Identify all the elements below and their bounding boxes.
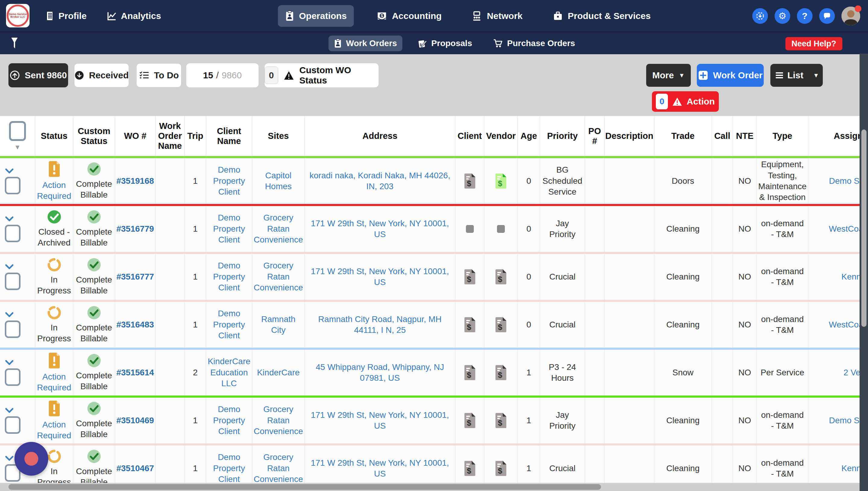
- new-work-order-button[interactable]: Work Order: [697, 64, 764, 87]
- client-invoice-cell[interactable]: [455, 398, 484, 443]
- company-logo[interactable]: Demo Service Broker LLC: [6, 4, 30, 27]
- received-filter-button[interactable]: Received: [74, 63, 129, 87]
- chevron-down-icon[interactable]: [5, 264, 14, 270]
- header-client-name[interactable]: Client Name: [206, 116, 252, 156]
- client-invoice-cell[interactable]: [455, 350, 484, 396]
- nav-item-accounting[interactable]: $ Accounting: [369, 5, 449, 27]
- header-nte[interactable]: NTE: [733, 116, 757, 156]
- tab-purchase-orders[interactable]: Purchase Orders: [488, 35, 581, 51]
- header-status[interactable]: Status: [35, 116, 73, 156]
- header-priority[interactable]: Priority: [540, 116, 585, 156]
- row-checkbox[interactable]: [5, 272, 21, 290]
- nav-item-network[interactable]: Network: [465, 5, 530, 27]
- row-checkbox[interactable]: [5, 416, 21, 434]
- header-caret-icon[interactable]: ▼: [14, 143, 21, 151]
- header-client[interactable]: Client: [455, 116, 484, 156]
- history-button[interactable]: [752, 8, 768, 24]
- header-trip[interactable]: Trip: [185, 116, 206, 156]
- chevron-down-icon[interactable]: [5, 168, 14, 174]
- wo-number-link[interactable]: #3516483: [115, 302, 156, 348]
- status-cell[interactable]: Action Required: [35, 158, 73, 204]
- site-link[interactable]: Ramnath City: [252, 302, 305, 348]
- site-link[interactable]: Grocery Ratan Convenience: [252, 254, 305, 300]
- site-link[interactable]: Grocery Ratan Convenience: [252, 206, 305, 252]
- header-assigned[interactable]: Assigned: [808, 116, 868, 156]
- assigned-link[interactable]: Demo Subco: [808, 398, 868, 443]
- custom-wo-status-button[interactable]: 0 Custom WO Status: [264, 63, 379, 87]
- header-address[interactable]: Address: [305, 116, 455, 156]
- assigned-link[interactable]: Kenny: [808, 254, 868, 300]
- tab-work-orders[interactable]: Work Orders: [329, 35, 402, 51]
- client-name-link[interactable]: Demo Property Client: [206, 302, 252, 348]
- header-vendor[interactable]: Vendor: [484, 116, 518, 156]
- address-link[interactable]: Ramnath City Road, Nagpur, MH 44111, I N…: [305, 302, 455, 348]
- header-trade[interactable]: Trade: [654, 116, 712, 156]
- address-link[interactable]: 171 W 29th St, New York, NY 10001, US: [305, 206, 455, 252]
- client-name-link[interactable]: Demo Property Client: [206, 398, 252, 443]
- view-mode-caret[interactable]: ▼: [809, 72, 823, 79]
- address-link[interactable]: koradi naka, Koradi Naka, MH 44026, IN, …: [305, 158, 455, 204]
- status-cell[interactable]: In Progress: [35, 302, 73, 348]
- chevron-down-icon[interactable]: [5, 359, 14, 366]
- site-link[interactable]: Capitol Homes: [252, 158, 305, 204]
- wo-number-link[interactable]: #3516777: [115, 254, 156, 300]
- table-row[interactable]: Closed - Archived Complete Billable #351…: [0, 206, 868, 252]
- tab-proposals[interactable]: $ Proposals: [413, 35, 477, 51]
- header-sites[interactable]: Sites: [252, 116, 305, 156]
- client-name-link[interactable]: Demo Property Client: [206, 158, 252, 204]
- row-checkbox[interactable]: [5, 320, 21, 338]
- nav-item-analytics[interactable]: Analytics: [107, 0, 161, 32]
- horizontal-scrollbar-thumb[interactable]: [8, 484, 601, 490]
- status-cell[interactable]: In Progress: [35, 254, 73, 300]
- wo-number-link[interactable]: #3510469: [115, 398, 156, 443]
- client-invoice-cell[interactable]: [455, 158, 484, 204]
- table-row[interactable]: Action Required Complete Billable #35156…: [0, 350, 868, 396]
- wo-number-link[interactable]: #3516779: [115, 206, 156, 252]
- row-checkbox[interactable]: [5, 177, 21, 194]
- todo-filter-button[interactable]: To Do: [136, 63, 181, 87]
- select-all-checkbox[interactable]: [9, 121, 26, 141]
- user-avatar[interactable]: [841, 7, 860, 25]
- screen-record-button[interactable]: [15, 442, 48, 475]
- header-wo[interactable]: WO #: [115, 116, 156, 156]
- assigned-link[interactable]: WestCoast S: [808, 206, 868, 252]
- site-link[interactable]: Grocery Ratan Convenience: [252, 398, 305, 443]
- sent-filter-button[interactable]: Sent 9860: [8, 63, 68, 87]
- settings-button[interactable]: ⚙: [775, 8, 790, 24]
- status-label[interactable]: Action Required: [37, 419, 72, 441]
- vendor-invoice-cell[interactable]: [484, 398, 518, 443]
- header-work-order-name[interactable]: Work Order Name: [156, 116, 185, 156]
- status-cell[interactable]: Action Required: [35, 398, 73, 443]
- chevron-down-icon[interactable]: [5, 455, 14, 462]
- status-cell[interactable]: Closed - Archived: [35, 206, 73, 252]
- vertical-scrollbar-thumb[interactable]: [861, 129, 867, 327]
- table-row[interactable]: Action Required Complete Billable #35191…: [0, 158, 868, 204]
- assigned-link[interactable]: WestCoast S: [808, 302, 868, 348]
- nav-item-profile[interactable]: Profile: [45, 0, 86, 32]
- client-name-link[interactable]: Demo Property Client: [206, 206, 252, 252]
- address-link[interactable]: 45 Whippany Road, Whippany, NJ 07981, US: [305, 350, 455, 396]
- more-button[interactable]: More ▼: [646, 64, 691, 87]
- row-checkbox[interactable]: [5, 225, 21, 242]
- status-cell[interactable]: Action Required: [35, 350, 73, 396]
- vendor-invoice-cell[interactable]: [484, 158, 518, 204]
- assigned-link[interactable]: 2 Ver: [808, 350, 868, 396]
- client-name-link[interactable]: KinderCare Education LLC: [206, 350, 252, 396]
- nav-item-operations[interactable]: Operations: [278, 5, 354, 27]
- header-call[interactable]: Call: [712, 116, 733, 156]
- chevron-down-icon[interactable]: [5, 407, 14, 414]
- vendor-invoice-cell[interactable]: [484, 302, 518, 348]
- chevron-down-icon[interactable]: [5, 312, 14, 318]
- help-button[interactable]: ?: [797, 8, 813, 24]
- filter-icon[interactable]: [9, 37, 20, 50]
- wo-number-link[interactable]: #3515614: [115, 350, 156, 396]
- header-age[interactable]: Age: [518, 116, 540, 156]
- wo-number-link[interactable]: #3519168: [115, 158, 156, 204]
- chevron-down-icon[interactable]: [5, 216, 14, 222]
- address-link[interactable]: 171 W 29th St, New York, NY 10001, US: [305, 254, 455, 300]
- vendor-invoice-cell[interactable]: [484, 254, 518, 300]
- view-mode-button[interactable]: List ▼: [771, 64, 823, 87]
- vendor-invoice-cell[interactable]: [484, 350, 518, 396]
- header-description[interactable]: Description: [605, 116, 654, 156]
- assigned-link[interactable]: Demo Subco: [808, 158, 868, 204]
